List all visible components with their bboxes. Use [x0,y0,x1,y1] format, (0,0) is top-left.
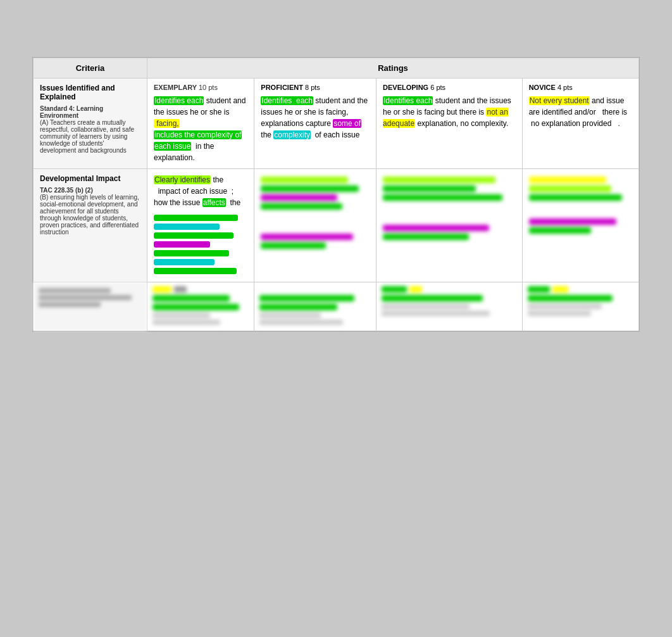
bar-purple-p2 [261,234,353,240]
header-row: Criteria Ratings [34,58,639,79]
bar-green-p2 [261,203,342,210]
exemplary-content-1: Identifies each student and the issues h… [154,95,247,163]
criteria-title-2: Developmental Impact [40,174,140,183]
bar-green-p3 [261,243,326,249]
exemplary-footer-blurred [152,286,249,325]
bar-purple-d1 [383,225,489,231]
rubric-container: Criteria Ratings Issues Identified and E… [32,57,640,332]
bar-green-4 [154,268,237,274]
spacer-d [383,203,516,222]
bar-cyan-2 [154,259,215,265]
bar-green-1 [154,215,238,221]
bar-purple-1 [154,241,210,248]
proficient-cell-2 [254,169,376,282]
proficient-footer-blurred [259,286,371,325]
proficient-dev-blurred [261,177,370,249]
criteria-header: Criteria [34,58,147,79]
novice-cell-2 [522,169,638,282]
developing-cell-1: DEVELOPING 6 pts Identifies each student… [376,79,523,169]
criteria-cell-1: Issues Identified and Explained Standard… [34,79,147,169]
hl-each-issue: each issue [154,142,191,151]
developing-cell-3 [376,282,523,331]
rubric-table: Criteria Ratings Issues Identified and E… [33,58,639,331]
bar-green-2 [154,232,233,239]
table-row-2: Developmental Impact TAC 228.35 (b) (2) … [34,169,639,282]
hl-some: some of [333,119,361,128]
hl-identifies-each-p: Identifies each [261,96,313,105]
bar-green-d2 [383,194,502,201]
bar-green-p1 [261,186,359,192]
bar-green-d3 [383,234,469,240]
bar-green-3 [154,250,229,256]
developing-dev-blurred [383,177,516,240]
bar-green-n1 [529,194,622,201]
hl-affects: affects [202,198,226,207]
exemplary-bars-2 [154,215,247,274]
criteria-title-1: Issues Identified and Explained [40,84,140,101]
novice-content-1: Not every student and issue are identifi… [529,95,632,129]
bar-green-n2 [529,227,591,234]
bar-yellow-n1 [529,177,607,183]
bar-lime-n1 [529,186,612,192]
bar-green-d1 [383,186,476,192]
novice-dev-blurred [529,177,632,234]
spacer-p [261,212,370,231]
bar-purple-p1 [261,194,337,201]
bar-lime-d1 [383,177,495,183]
proficient-content-1: Identifies each student and the issues h… [261,95,370,141]
developing-content-1: Identifies each student and the issues h… [383,95,516,129]
bar-purple-n1 [529,218,617,225]
table-row: Issues Identified and Explained Standard… [34,79,639,169]
developing-footer-blurred [382,286,517,316]
proficient-header: PROFICIENT 8 pts [261,84,370,91]
criteria-cell-2: Developmental Impact TAC 228.35 (b) (2) … [34,169,147,282]
novice-cell-3 [522,282,638,331]
developing-cell-2 [376,169,523,282]
ratings-header: Ratings [147,58,639,79]
exemplary-cell-2: Clearly identifies the impact of each is… [147,169,254,282]
exemplary-header: EXEMPLARY 10 pts [154,84,247,91]
proficient-cell-1: PROFICIENT 8 pts Identifies each student… [254,79,376,169]
hl-clearly-identifies: Clearly identifies [154,175,211,184]
bar-lime-p1 [261,177,347,183]
exemplary-cell-1: EXEMPLARY 10 pts Identifies each student… [147,79,254,169]
criteria-standard-2: TAC 228.35 (b) (2) (B) ensuring high lev… [40,187,140,236]
dev-impact-exemplary: Clearly identifies the impact of each is… [154,174,247,208]
spacer-n [529,203,632,216]
bar-cyan-1 [154,224,220,230]
hl-includes: includes the complexity of [154,130,242,139]
hl-complexity: complexity [273,130,311,139]
novice-header: NOVICE 4 pts [529,84,632,91]
criteria-cell-3 [34,282,147,331]
hl-identifies-each: Identifies each [154,96,204,105]
exemplary-cell-3 [147,282,254,331]
novice-footer-blurred [528,286,633,316]
hl-not-adequate: not an adequate [383,108,508,128]
hl-facing: facing, [154,119,180,128]
developing-header: DEVELOPING 6 pts [383,84,516,91]
proficient-cell-3 [254,282,376,331]
hl-identifies-each-d: Identifies each [383,96,433,105]
criteria-standard-1: Standard 4: Learning Environment (A) Tea… [40,105,140,154]
table-row-3 [34,282,639,331]
hl-not-every: Not every student [529,96,590,105]
criteria-3-content [39,288,142,307]
novice-cell-1: NOVICE 4 pts Not every student and issue… [522,79,638,169]
